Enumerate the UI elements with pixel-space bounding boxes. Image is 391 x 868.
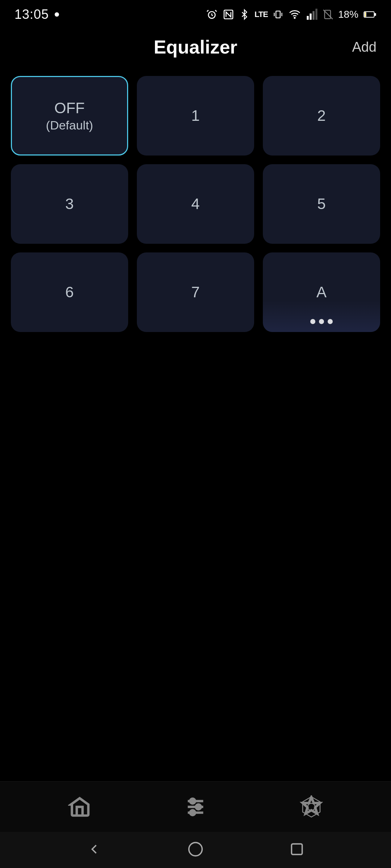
svg-point-17 (190, 799, 195, 803)
cell-a-dots (310, 319, 333, 324)
nosim-icon (323, 9, 333, 20)
nav-equalizer[interactable] (184, 795, 207, 818)
recents-square-icon (289, 841, 305, 857)
back-icon (86, 841, 102, 857)
page-title: Equalizer (154, 36, 237, 58)
lte-icon: LTE (255, 10, 268, 19)
signal-icon (306, 9, 318, 20)
eq-cell-off-default[interactable]: OFF (Default) (11, 76, 128, 156)
status-bar: 13:05 LTE 18% (0, 0, 391, 29)
sliders-icon (184, 795, 207, 818)
home-icon (68, 795, 91, 818)
page-header: Equalizer Add (0, 29, 391, 65)
svg-rect-7 (315, 9, 317, 20)
eq-cell-3-label: 3 (65, 195, 73, 213)
eq-cell-4[interactable]: 4 (137, 164, 254, 244)
svg-rect-6 (312, 11, 314, 20)
svg-rect-24 (291, 844, 302, 854)
eq-cell-2[interactable]: 2 (263, 76, 380, 156)
status-icons: LTE 18% (206, 9, 377, 20)
hex-gear-icon (300, 795, 323, 818)
eq-cell-a-label: A (316, 284, 327, 301)
system-recents-button[interactable] (289, 841, 305, 859)
battery-icon (363, 9, 377, 20)
battery-percentage: 18% (338, 9, 358, 20)
svg-rect-11 (374, 13, 376, 16)
eq-cell-5-label: 5 (317, 195, 325, 213)
svg-marker-21 (303, 797, 320, 817)
eq-cell-3[interactable]: 3 (11, 164, 128, 244)
status-time: 13:05 (14, 7, 49, 22)
eq-cell-7[interactable]: 7 (137, 252, 254, 332)
vibrate-icon (273, 9, 283, 20)
eq-cell-1[interactable]: 1 (137, 76, 254, 156)
home-circle-icon (188, 841, 203, 857)
alarm-icon (206, 9, 218, 20)
bluetooth-icon (239, 9, 249, 20)
eq-cell-off-label: OFF (54, 99, 85, 117)
equalizer-grid: OFF (Default) 1 2 3 4 5 6 7 A (0, 65, 391, 781)
eq-cell-a[interactable]: A (263, 252, 380, 332)
svg-point-3 (294, 17, 295, 18)
system-nav-bar (0, 832, 391, 868)
nav-settings[interactable] (300, 795, 323, 818)
eq-cell-4-label: 4 (191, 195, 199, 213)
bottom-navigation (0, 781, 391, 832)
svg-point-22 (308, 803, 315, 810)
add-button[interactable]: Add (352, 39, 377, 55)
eq-cell-off-sub: (Default) (46, 118, 93, 132)
system-back-button[interactable] (86, 841, 102, 859)
eq-cell-7-label: 7 (191, 284, 199, 301)
system-home-button[interactable] (188, 841, 203, 859)
svg-point-18 (196, 804, 201, 809)
eq-cell-1-label: 1 (191, 107, 199, 124)
svg-rect-4 (307, 16, 308, 20)
svg-point-19 (190, 810, 195, 815)
eq-cell-6[interactable]: 6 (11, 252, 128, 332)
wifi-icon (288, 9, 301, 20)
eq-cell-5[interactable]: 5 (263, 164, 380, 244)
nfc-icon (223, 9, 234, 20)
svg-rect-2 (276, 11, 280, 18)
svg-rect-5 (310, 13, 311, 20)
eq-cell-2-label: 2 (317, 107, 325, 124)
nav-home[interactable] (68, 795, 91, 818)
eq-cell-6-label: 6 (65, 284, 73, 301)
svg-point-23 (189, 843, 202, 856)
status-dot (55, 12, 59, 17)
